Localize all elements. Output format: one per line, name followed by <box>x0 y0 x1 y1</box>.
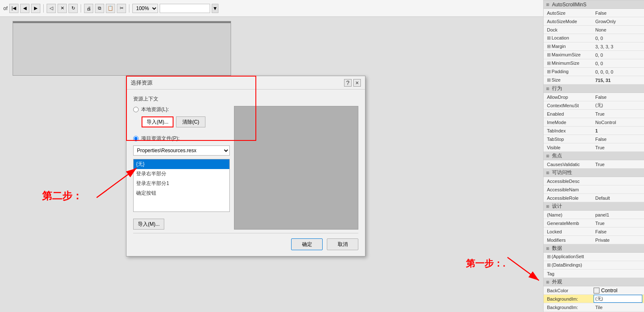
prop-row: ⊞Size 715, 31 <box>544 76 644 85</box>
project-resource-radio[interactable] <box>133 136 139 141</box>
left-panel: 本地资源(L): 导入(M)... 清除(C) 项目资源文件(P): <box>133 106 230 230</box>
prop-name: Tag <box>545 270 594 277</box>
nav-first-btn[interactable]: |◀ <box>9 4 18 13</box>
expand-icon[interactable]: ⊞ <box>546 87 549 91</box>
select-resource-dialog: 选择资源 ? × 资源上下文 本地资源(L): <box>126 76 365 256</box>
prop-value: 1 <box>594 127 642 134</box>
print-btn[interactable]: 🖨 <box>84 4 93 13</box>
prop-value: Tile <box>594 304 642 311</box>
resource-file-row: Properties\Resources.resx <box>133 145 230 156</box>
prop-value <box>594 256 642 258</box>
expand-icon[interactable]: ⊞ <box>546 246 549 251</box>
address-bar[interactable] <box>160 4 210 13</box>
prop-value <box>594 273 642 275</box>
expand-icon[interactable]: ⊞ <box>546 154 549 158</box>
prop-name: ⊞Padding <box>545 68 594 75</box>
list-item[interactable]: {无} <box>134 159 229 169</box>
address-dropdown[interactable]: ▼ <box>212 4 218 13</box>
expand-icon[interactable]: ⊞ <box>547 44 551 49</box>
prop-value <box>594 180 642 182</box>
expand-icon[interactable]: ⊞ <box>547 52 551 57</box>
ok-btn[interactable]: 确定 <box>291 238 323 250</box>
expand-icon[interactable]: ⊞ <box>547 77 551 82</box>
zoom-select[interactable]: 100% <box>132 4 158 13</box>
list-item[interactable]: 登录左半部分1 <box>134 179 229 188</box>
nav-back-btn[interactable]: ◁ <box>47 4 56 13</box>
dialog-help-btn[interactable]: ? <box>344 79 352 87</box>
resource-file-select[interactable]: Properties\Resources.resx <box>133 145 230 156</box>
prop-value: 0, 0 <box>594 60 642 67</box>
prop-section: ⊞可访问性 <box>544 169 644 177</box>
prop-row: ⊞Padding 0, 0, 0, 0 <box>544 68 644 76</box>
refresh-btn[interactable]: ↻ <box>68 4 78 13</box>
prop-name: ContextMenuSt <box>545 102 594 109</box>
dialog-body: 资源上下文 本地资源(L): 导入(M)... 清除(C) <box>126 90 365 256</box>
nav-prev-btn[interactable]: ◀ <box>20 4 29 13</box>
expand-icon[interactable]: ⊞ <box>547 254 551 259</box>
expand-icon[interactable]: ⊞ <box>547 69 551 74</box>
section-label: 外观 <box>552 278 562 286</box>
prop-row: BackgroundIm: (无) <box>544 295 644 303</box>
prop-row: Dock None <box>544 26 644 34</box>
local-resource-row: 本地资源(L): <box>133 106 230 113</box>
prop-row: Modifiers Private <box>544 236 644 244</box>
prop-name: BackColor <box>545 287 594 294</box>
local-buttons: 导入(M)... 清除(C) <box>142 116 230 127</box>
prop-name: ⊞MaximumSize <box>545 51 594 58</box>
section-label: 资源上下文 <box>133 95 358 103</box>
section-label: 焦点 <box>552 152 562 159</box>
cancel-btn[interactable]: 取消 <box>327 238 358 250</box>
toolbar: of |◀ ◀ ▶ ◁ ✕ ↻ 🖨 ⧉ 📋 ✂ 100% ▼ <box>0 0 543 17</box>
import-top-btn[interactable]: 导入(M)... <box>142 116 173 127</box>
prop-row: TabStop False <box>544 135 644 143</box>
prop-value: 0, 0 <box>594 35 642 42</box>
import-bottom-btn[interactable]: 导入(M)... <box>133 219 164 230</box>
prop-name: AllowDrop <box>545 94 594 100</box>
dialog-close-btn[interactable]: × <box>353 79 361 87</box>
prop-name: AutoSize <box>545 10 594 16</box>
expand-icon[interactable]: ⊞ <box>546 280 549 284</box>
prop-row: Locked False <box>544 227 644 236</box>
prop-value: panel1 <box>594 212 642 218</box>
cut-btn[interactable]: ✂ <box>117 4 126 13</box>
expand-icon[interactable]: ⊞ <box>546 204 549 209</box>
list-item[interactable]: 确定按钮 <box>134 188 229 198</box>
prop-name: GenerateMemb <box>545 220 594 227</box>
prop-value: (无) <box>594 295 642 303</box>
clear-btn[interactable]: 清除(C) <box>176 116 205 127</box>
prop-value: Default <box>594 195 642 201</box>
paste-btn[interactable]: 📋 <box>106 4 115 13</box>
of-label: of <box>3 5 8 11</box>
prop-row: TabIndex 1 <box>544 127 644 135</box>
expand-icon[interactable]: ⊞ <box>546 171 549 175</box>
expand-icon[interactable]: ⊞ <box>547 262 551 267</box>
prop-row: ⊞Location 0, 0 <box>544 34 644 42</box>
nav-next-btn[interactable]: ▶ <box>31 4 40 13</box>
dialog-controls: ? × <box>344 79 361 87</box>
expand-icon[interactable]: ⊞ <box>546 3 549 7</box>
prop-row: AccessibleDesc <box>544 177 644 185</box>
resource-list[interactable]: {无}登录右半部分登录左半部分1确定按钮 <box>133 159 230 212</box>
prop-name: BackgroundIm: <box>545 304 594 311</box>
prop-row: ⊞MaximumSize 0, 0 <box>544 51 644 59</box>
prop-name: Enabled <box>545 111 594 117</box>
prop-name: ⊞(DataBindings) <box>545 262 594 269</box>
copy-btn[interactable]: ⧉ <box>95 4 104 13</box>
prop-row: GenerateMemb True <box>544 219 644 227</box>
prop-value: 3, 3, 3, 3 <box>594 43 642 50</box>
prop-value: False <box>594 228 642 235</box>
local-resource-radio[interactable] <box>133 107 139 112</box>
prop-row: CausesValidatic True <box>544 160 644 169</box>
prop-value: 0, 0, 0, 0 <box>594 69 642 75</box>
dialog-title: 选择资源 <box>131 79 152 87</box>
prop-value: NoControl <box>594 119 642 126</box>
prop-value: True <box>594 220 642 227</box>
expand-icon[interactable]: ⊞ <box>547 35 551 40</box>
stop-btn[interactable]: ✕ <box>58 4 67 13</box>
list-item[interactable]: 登录右半部分 <box>134 169 229 179</box>
prop-value: True <box>594 111 642 117</box>
prop-value <box>594 189 642 190</box>
expand-icon[interactable]: ⊞ <box>547 61 551 66</box>
import-below: 导入(M)... <box>133 219 230 230</box>
prop-row: (Name) panel1 <box>544 211 644 219</box>
